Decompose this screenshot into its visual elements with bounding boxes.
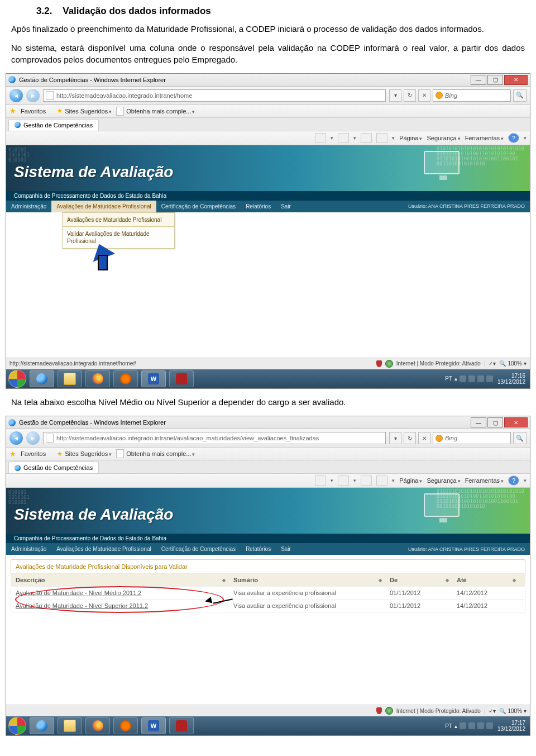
row-desc-link[interactable]: Avaliação de Maturidade - Nível Superior… [11, 600, 229, 612]
start-button[interactable] [8, 370, 26, 388]
url-input[interactable]: http://sistemadeavaliacao.integrado.intr… [43, 432, 386, 444]
security-menu[interactable]: Segurança [427, 135, 460, 141]
taskbar-explorer[interactable] [58, 717, 82, 734]
menu-sair[interactable]: Sair [276, 201, 296, 212]
col-sumario[interactable]: Sumário [229, 574, 385, 586]
menu-avaliacoes[interactable]: Avaliações de Maturidade Profissional [51, 201, 156, 212]
tray-icon[interactable] [468, 722, 475, 729]
nav-forward-button[interactable]: ► [26, 431, 40, 445]
taskbar-mediaplayer[interactable] [113, 370, 138, 387]
tray-chevron[interactable]: ▴ [454, 723, 457, 729]
taskbar-word[interactable] [141, 717, 166, 734]
taskbar-word[interactable] [141, 370, 166, 387]
tray-chevron[interactable]: ▴ [454, 375, 457, 382]
obtenha-link[interactable]: Obtenha mais comple... [116, 107, 195, 116]
search-input[interactable]: Bing [433, 432, 511, 444]
menu-certificacao[interactable]: Certificação de Competências [156, 543, 241, 555]
obtenha-link[interactable]: Obtenha mais comple... [116, 449, 195, 458]
print-icon[interactable] [376, 476, 387, 486]
tray-clock[interactable]: 17:16 13/12/2012 [495, 373, 528, 385]
favorites-star-icon[interactable]: ★ [9, 450, 16, 458]
maximize-button[interactable]: ▢ [487, 75, 503, 85]
menu-administracao[interactable]: Administração [6, 201, 51, 212]
menu-certificacao[interactable]: Certificação de Competências [156, 201, 241, 212]
zoom-control[interactable]: 🔍 100% ▾ [499, 708, 527, 714]
tray-network-icon[interactable] [477, 375, 484, 382]
taskbar-mediaplayer[interactable] [113, 717, 138, 734]
refresh-button[interactable]: ↻ [404, 432, 416, 444]
taskbar-pdf[interactable] [169, 370, 194, 387]
tray-volume-icon[interactable] [486, 722, 493, 729]
sites-sugeridos-link[interactable]: ★ Sites Sugeridos [57, 450, 112, 458]
help-icon[interactable]: ? [508, 133, 519, 143]
close-button[interactable]: ✕ [504, 75, 528, 85]
refresh-button[interactable]: ↻ [404, 89, 416, 102]
minimize-button[interactable]: — [471, 417, 486, 427]
maximize-button[interactable]: ▢ [487, 417, 503, 427]
search-button[interactable]: 🔍 [513, 89, 527, 102]
dropdown-button[interactable]: ▾ [389, 89, 401, 102]
col-de[interactable]: De [385, 574, 452, 586]
row-desc-link[interactable]: Avaliação de Maturidade - Nível Médio 20… [11, 587, 229, 599]
search-button[interactable]: 🔍 [513, 432, 527, 444]
submenu-item-avaliacoes[interactable]: Avaliações de Maturidade Profissional [63, 213, 174, 227]
browser-tab[interactable]: Gestão de Competências [8, 119, 99, 131]
col-ate[interactable]: Até [452, 574, 519, 586]
zoom-control[interactable]: 🔍 100% ▾ [499, 360, 527, 367]
print-icon[interactable] [376, 133, 387, 143]
dropdown-button[interactable]: ▾ [389, 432, 401, 444]
taskbar-pdf[interactable] [169, 717, 194, 734]
menu-avaliacoes[interactable]: Avaliações de Maturidade Profissional [51, 543, 156, 555]
tray-volume-icon[interactable] [486, 375, 493, 382]
close-button[interactable]: ✕ [504, 417, 528, 427]
mail-icon[interactable] [361, 476, 372, 486]
paragraph-2: No sistema, estará disponível uma coluna… [11, 42, 525, 65]
feeds-icon[interactable] [338, 476, 349, 486]
mail-icon[interactable] [361, 133, 372, 143]
tray-lang[interactable]: PT [445, 375, 452, 382]
nav-forward-button[interactable]: ► [26, 89, 40, 102]
menu-sair[interactable]: Sair [276, 543, 296, 555]
tray-icon[interactable] [460, 722, 466, 729]
nav-back-button[interactable]: ◄ [9, 431, 23, 445]
tray-icon[interactable] [468, 375, 475, 382]
tools-menu[interactable]: Ferramentas [465, 135, 504, 141]
page-menu[interactable]: Página [399, 135, 422, 141]
nav-back-button[interactable]: ◄ [9, 89, 23, 102]
taskbar-explorer[interactable] [58, 370, 82, 387]
minimize-button[interactable]: — [471, 75, 486, 85]
col-descricao[interactable]: Descrição [11, 574, 229, 586]
home-icon[interactable] [315, 133, 326, 143]
browser-tab[interactable]: Gestão de Competências [8, 462, 99, 473]
menu-relatorios[interactable]: Relatórios [241, 543, 276, 555]
favorites-label[interactable]: Favoritos [21, 108, 46, 115]
taskbar-ie[interactable] [30, 370, 54, 387]
stop-button[interactable]: ✕ [418, 89, 430, 102]
sites-sugeridos-link[interactable]: ★ Sites Sugeridos [57, 107, 112, 115]
favorites-label[interactable]: Favoritos [21, 450, 46, 457]
search-input[interactable]: Bing [433, 89, 511, 102]
stop-button[interactable]: ✕ [418, 432, 430, 444]
page-menu[interactable]: Página [399, 477, 422, 484]
protected-mode-toggle[interactable]: ✓▾ [489, 360, 496, 367]
feeds-icon[interactable] [338, 133, 349, 143]
tray-clock[interactable]: 17:17 13/12/2012 [495, 720, 528, 732]
help-icon[interactable]: ? [508, 476, 519, 486]
start-button[interactable] [8, 717, 26, 735]
annotation-arrow [90, 244, 113, 270]
tools-menu[interactable]: Ferramentas [465, 477, 504, 484]
tray-lang[interactable]: PT [445, 723, 452, 729]
submenu-item-validar[interactable]: Validar Avaliações de Maturidade Profiss… [63, 226, 174, 249]
security-menu[interactable]: Segurança [427, 477, 460, 484]
tray-icon[interactable] [460, 375, 466, 382]
favorites-star-icon[interactable]: ★ [9, 107, 16, 115]
tray-network-icon[interactable] [477, 722, 484, 729]
taskbar-ie[interactable] [30, 717, 54, 734]
menu-relatorios[interactable]: Relatórios [241, 201, 276, 212]
menu-administracao[interactable]: Administração [6, 543, 51, 555]
url-input[interactable]: http://sistemadeavaliacao.integrado.intr… [43, 89, 386, 102]
home-icon[interactable] [315, 476, 326, 486]
protected-mode-toggle[interactable]: ✓▾ [489, 708, 496, 714]
taskbar-firefox[interactable] [85, 370, 110, 387]
taskbar-firefox[interactable] [85, 717, 110, 734]
